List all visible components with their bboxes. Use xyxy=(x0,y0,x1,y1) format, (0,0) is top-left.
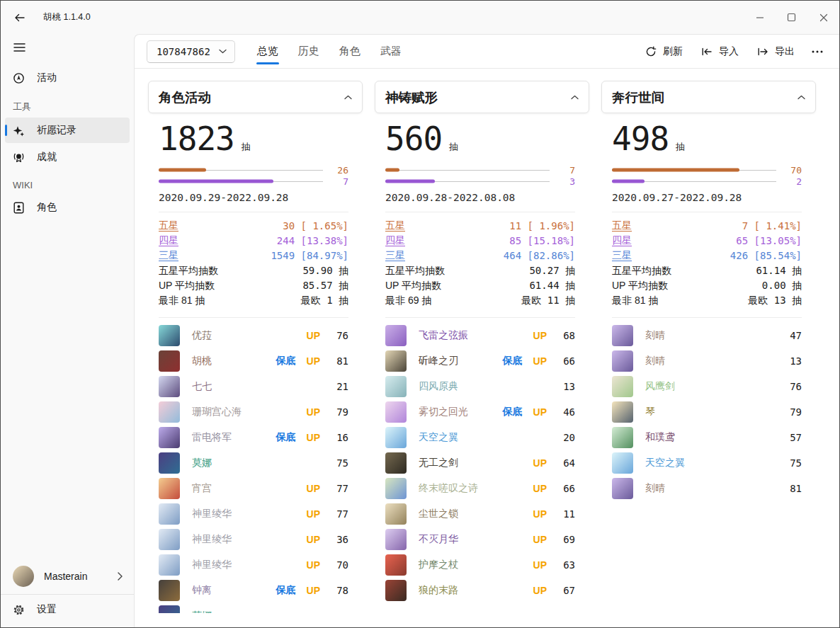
导入-button[interactable]: 导入 xyxy=(693,40,747,63)
stat-label[interactable]: 三星 xyxy=(612,249,632,262)
list-item[interactable]: 四风原典13 xyxy=(385,374,575,399)
stat-label[interactable]: 三星 xyxy=(385,249,405,262)
tab-总览[interactable]: 总览 xyxy=(251,35,285,68)
progress-track xyxy=(385,168,550,172)
list-item[interactable]: 不灭月华UP69 xyxy=(385,527,575,552)
stat-label[interactable]: 五星 xyxy=(385,219,405,232)
item-name: 护摩之杖 xyxy=(419,559,458,571)
up-badge: UP xyxy=(533,508,547,520)
tab-历史[interactable]: 历史 xyxy=(292,35,326,68)
stat-label[interactable]: 四星 xyxy=(612,234,632,247)
uid-selector[interactable]: 107847862 xyxy=(147,40,235,63)
sidebar: 活动工具祈愿记录成就WIKI角色 Masterain 设置 xyxy=(1,34,134,627)
avatar xyxy=(159,503,180,525)
user-account-item[interactable]: Masterain xyxy=(5,561,130,591)
minimize-button[interactable] xyxy=(744,1,776,34)
sidebar-item-settings[interactable]: 设置 xyxy=(5,596,130,623)
maximize-button[interactable] xyxy=(776,1,807,34)
list-item[interactable]: 无工之剑UP64 xyxy=(385,450,575,476)
close-button[interactable] xyxy=(807,1,839,34)
pull-list: 刻晴47刻晴13风鹰剑76琴79和璞鸢57天空之翼75刻晴81 xyxy=(612,323,802,501)
刷新-button[interactable]: 刷新 xyxy=(637,40,691,63)
pity-value: 26 xyxy=(330,165,348,176)
stat-row: 五星平均抽数50.27 抽 xyxy=(385,263,575,278)
list-item[interactable]: 神里绫华UP36 xyxy=(159,527,348,552)
main-pane: 107847862 总览历史角色武器 刷新导入导出 角色活动1823抽26720… xyxy=(134,34,839,627)
banner-stats: 五星7 [ 1.41%]四星65 [13.05%]三星426 [85.54%]五… xyxy=(612,218,802,309)
list-item[interactable]: 琴79 xyxy=(612,399,802,425)
list-item[interactable]: 七七21 xyxy=(159,374,348,399)
avatar xyxy=(159,478,180,499)
list-item[interactable]: 和璞鸢57 xyxy=(612,425,802,450)
sidebar-item-label: 角色 xyxy=(37,201,57,214)
list-item[interactable]: 优菈UP76 xyxy=(159,323,348,348)
item-name: 不灭月华 xyxy=(419,533,458,546)
list-item[interactable]: 尘世之锁UP11 xyxy=(385,501,575,527)
up-badge: UP xyxy=(307,330,320,341)
pull-count: 68 xyxy=(557,330,575,341)
more-button[interactable] xyxy=(805,41,829,62)
pull-count: 70 xyxy=(331,559,348,571)
stat-label[interactable]: 四星 xyxy=(385,234,405,247)
item-name: 神里绫华 xyxy=(192,533,232,546)
list-item[interactable]: 神里绫华UP77 xyxy=(159,501,348,527)
list-item[interactable]: 宵宫UP77 xyxy=(159,476,348,501)
date-range: 2020.09.28-2022.08.08 xyxy=(385,192,575,203)
list-item[interactable]: 刻晴47 xyxy=(612,323,802,348)
avatar xyxy=(612,452,633,474)
item-name: 莫娜 xyxy=(192,610,212,613)
list-item[interactable]: 珊瑚宫心海UP79 xyxy=(159,399,348,425)
menu-button[interactable] xyxy=(5,35,33,59)
tab-武器[interactable]: 武器 xyxy=(374,35,408,68)
sidebar-item-祈愿记录[interactable]: 祈愿记录 xyxy=(5,118,130,143)
list-item[interactable]: 刻晴13 xyxy=(612,348,802,374)
list-item[interactable]: 天空之翼20 xyxy=(385,425,575,450)
stat-label[interactable]: 五星 xyxy=(612,219,632,232)
list-item[interactable]: 神里绫华UP70 xyxy=(159,552,348,578)
list-item[interactable]: 斫峰之刃保底UP66 xyxy=(385,348,575,374)
avatar xyxy=(612,350,633,372)
chevron-up-icon[interactable] xyxy=(798,95,805,100)
stat-label[interactable]: 三星 xyxy=(159,249,178,262)
sidebar-item-角色[interactable]: 角色 xyxy=(5,195,130,220)
list-item[interactable]: 终末嗟叹之诗UP66 xyxy=(385,476,575,501)
import-icon xyxy=(701,46,713,57)
list-item[interactable]: 刻晴81 xyxy=(612,476,802,501)
list-item[interactable]: 雷电将军保底UP16 xyxy=(159,425,348,450)
list-item[interactable]: 胡桃保底UP81 xyxy=(159,348,348,374)
guarantee-badge: 保底 xyxy=(276,431,296,444)
item-name: 四风原典 xyxy=(419,380,458,393)
sidebar-nav: 活动工具祈愿记录成就WIKI角色 xyxy=(1,64,134,222)
back-button[interactable] xyxy=(6,6,33,30)
list-item[interactable]: 钟离保底UP78 xyxy=(159,578,348,603)
avatar xyxy=(385,376,407,397)
list-item[interactable]: 莫娜75 xyxy=(159,450,348,476)
stat-value: 最欧 11 抽 xyxy=(521,295,575,307)
chevron-up-icon[interactable] xyxy=(571,95,579,100)
pity-value: 3 xyxy=(557,176,575,187)
sidebar-item-label: 祈愿记录 xyxy=(37,124,76,137)
list-item[interactable]: 天空之翼75 xyxy=(612,450,802,476)
banner-column: 神铸赋形560抽732020.09.28-2022.08.08五星11 [ 1.… xyxy=(375,81,589,613)
list-item[interactable]: 风鹰剑76 xyxy=(612,374,802,399)
stat-label: 最非 81 抽 xyxy=(612,295,658,307)
sidebar-item-活动[interactable]: 活动 xyxy=(5,65,130,91)
item-name: 斫峰之刃 xyxy=(419,355,458,367)
stat-label[interactable]: 四星 xyxy=(159,234,178,247)
item-name: 七七 xyxy=(192,380,212,393)
list-item[interactable]: 莫娜 xyxy=(159,603,348,613)
stat-label[interactable]: 五星 xyxy=(159,219,178,232)
list-item[interactable]: 雾切之回光保底UP46 xyxy=(385,399,575,425)
guarantee-badge: 保底 xyxy=(276,584,296,597)
pull-count: 46 xyxy=(557,406,575,418)
导出-button[interactable]: 导出 xyxy=(749,40,802,63)
list-item[interactable]: 护摩之杖UP63 xyxy=(385,552,575,578)
chevron-up-icon[interactable] xyxy=(344,95,352,100)
list-item[interactable]: 飞雷之弦振UP68 xyxy=(385,323,575,348)
tab-角色[interactable]: 角色 xyxy=(333,35,367,68)
up-badge: UP xyxy=(533,585,547,596)
pull-count: 77 xyxy=(331,508,348,520)
list-item[interactable]: 狼的末路UP67 xyxy=(385,578,575,603)
sidebar-item-成就[interactable]: 成就 xyxy=(5,144,130,170)
total-pulls-value: 560 xyxy=(385,120,442,157)
